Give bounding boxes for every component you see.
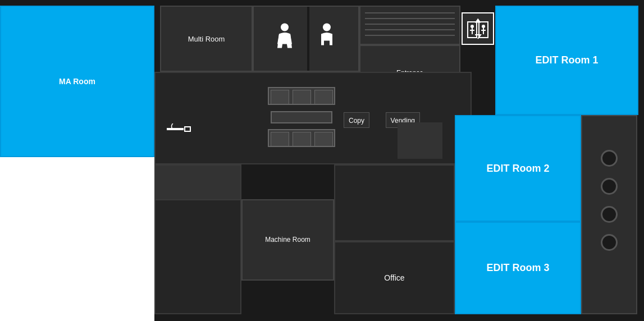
svg-point-0 (281, 24, 289, 31)
restroom-divider (307, 7, 309, 71)
multi-room: Multi Room (160, 6, 253, 72)
svg-point-4 (471, 25, 474, 28)
smoking-area (161, 118, 195, 140)
sofa-bottom (268, 129, 335, 147)
svg-rect-11 (185, 127, 190, 131)
edit-room-1-label: EDIT Room 1 (496, 7, 637, 114)
elevator-icon (467, 17, 489, 40)
edit2-overlay (455, 115, 581, 222)
no-smoking-icon (164, 123, 192, 135)
office-room: Office (334, 241, 455, 314)
exterior-left (0, 157, 154, 321)
main-corridor: Copy Vending (154, 72, 472, 164)
machine-room: Machine Room (241, 199, 334, 281)
ma-room: MA Room (0, 6, 154, 157)
dark-box (398, 122, 442, 159)
multi-room-label: Multi Room (161, 7, 252, 71)
bottom-left-corridor (154, 199, 241, 314)
machine-room-label: Machine Room (243, 200, 333, 279)
coffee-table (271, 111, 332, 123)
ma-room-label: MA Room (1, 7, 153, 156)
port-2 (601, 178, 618, 195)
female-restroom-icon (276, 23, 293, 55)
svg-point-1 (323, 24, 331, 31)
edit-room-1: EDIT Room 1 (495, 6, 638, 115)
edit-room-3: EDIT Room 3 (455, 222, 581, 314)
mid-connector (334, 164, 455, 241)
stairs-area (359, 6, 460, 45)
port-1 (601, 150, 618, 167)
male-restroom-icon (318, 23, 335, 55)
svg-point-7 (482, 25, 485, 28)
copy-box: Copy (344, 112, 369, 128)
edit-room-3-label: EDIT Room 3 (456, 223, 580, 313)
port-4 (601, 234, 618, 251)
port-3 (601, 206, 618, 223)
floor-plan: MA Room Multi Room (0, 0, 644, 321)
right-panel (581, 115, 637, 314)
sofa-top (268, 87, 335, 105)
copy-label: Copy (349, 117, 364, 125)
office-label: Office (335, 242, 454, 313)
elevator-area (462, 12, 494, 45)
restroom-area (253, 6, 359, 72)
